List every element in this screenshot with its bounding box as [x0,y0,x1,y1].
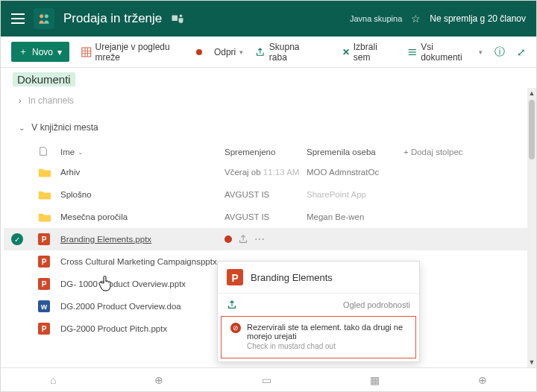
menu-icon[interactable] [11,13,25,24]
svg-text:P: P [42,235,47,244]
checkout-warning: ⊘ Rezervirali ste ta element. tako da dr… [221,316,416,358]
table-row[interactable]: Arhiv Včeraj ob 11:13 AM MOO AdmnstratOc [4,161,536,183]
svg-text:P: P [42,280,47,288]
follow-status[interactable]: Ne spremlja g 20 članov [430,13,526,24]
scrollbar[interactable]: ▲ ▼ [527,88,536,367]
svg-point-3 [180,14,183,17]
section-library-label: V knjižnici mesta [31,122,98,133]
svg-text:P: P [42,325,47,333]
table-header: Ime ⌄ Spremenjeno Spremenila oseba + Dod… [4,143,536,161]
app-header: Prodaja in trženje Javna skupina ☆ Ne sp… [1,1,536,37]
chevron-down-icon: ⌄ [19,124,25,132]
view-details-link[interactable]: Ogled podrobnosti [343,300,410,309]
breadcrumb-label[interactable]: Dokumenti [13,72,75,86]
powerpoint-icon: P [38,233,50,245]
site-logo[interactable] [34,8,54,29]
new-button[interactable]: ＋ Novo ▾ [11,42,69,62]
scrollbar-thumb[interactable] [529,100,535,159]
card-title: Branding Elements [251,272,333,283]
home-icon[interactable]: ⌂ [50,374,56,386]
file-name: DG-2000 Product Pitch.pptx [60,324,224,333]
chevron-down-icon: ▾ [479,48,483,56]
file-modified: AVGUST IS [224,212,307,221]
group-type-label: Javna skupina [350,14,402,23]
more-icon[interactable]: ⋯ [254,233,265,245]
info-icon[interactable]: ⓘ [494,45,505,59]
scroll-up-arrow-icon[interactable]: ▲ [527,89,536,97]
powerpoint-icon: P [38,278,50,290]
table-row[interactable]: Mesečna poročila AVGUST IS Megan Be-wen [4,206,536,228]
star-icon[interactable]: ☆ [411,13,421,25]
share-row-icon[interactable] [238,234,248,244]
file-type-column-icon[interactable] [38,146,60,158]
modified-column-header[interactable]: Spremenjeno [224,148,307,157]
check-icon[interactable]: ✓ [11,233,23,245]
all-documents-button[interactable]: Vsi dokumenti ▾ [407,42,483,63]
open-button[interactable]: Odpri ▾ [214,47,243,57]
checked-out-icon [224,235,232,243]
word-icon: W [38,300,50,312]
globe-icon[interactable]: ⊕ [154,374,163,386]
file-modified-by: Megan Be-wen [307,212,403,221]
command-bar: ＋ Novo ▾ Urejanje v pogledu mreže Odpri … [1,37,536,68]
table-row[interactable]: Splošno AVGUST IS SharePoint App [4,183,536,206]
close-icon: ✕ [342,47,350,57]
teams-icon[interactable] [171,12,184,25]
selected-label: Izbrali sem [354,42,395,63]
name-column-header[interactable]: Ime ⌄ [60,148,224,157]
open-label: Odpri [214,47,236,57]
chevron-down-icon: ▾ [239,48,243,56]
svg-point-1 [45,14,48,18]
all-documents-label: Vsi dokumenti [421,42,475,63]
file-name: DG.2000 Product Overview.doa [60,302,224,311]
plus-icon: ＋ [19,45,28,58]
file-modified: Včeraj ob 11:13 AM [224,168,307,177]
grid-icon[interactable]: ▦ [370,374,380,386]
row-actions: ⋯ [224,233,307,245]
doc-icon[interactable]: ▭ [262,374,271,386]
share-icon[interactable] [227,300,237,310]
share-icon [255,47,266,57]
scroll-down-arrow-icon[interactable]: ▼ [527,358,536,366]
folder-icon [38,167,51,177]
file-name: Branding Elements.pptx [60,235,224,244]
file-name: DG- 1000 Product Overview.pptx [60,279,224,288]
expand-icon[interactable]: ⤢ [517,46,526,58]
svg-text:P: P [42,258,47,266]
new-button-label: Novo [32,47,53,57]
checkout-warning-text: Rezervirali ste ta element. tako da drug… [247,323,406,341]
svg-rect-4 [82,48,91,57]
file-hover-card: P Branding Elements Ogled podrobnosti ⊘ … [217,261,420,362]
file-name: Arhiv [60,168,224,177]
name-column-label: Ime [60,148,75,157]
folder-icon [38,212,51,222]
bottom-nav: ⌂ ⊕ ▭ ▦ ⊕ [1,367,536,391]
file-name: Cross Cultural Marketing Campaignspptx [60,257,224,266]
share-label: Skupna raba [269,42,318,63]
section-channels[interactable]: › In channels [4,92,536,109]
checkout-warning-subtext: Check in mustard chad out [247,342,406,350]
file-modified-by: MOO AdmnstratOc [307,168,403,177]
file-name: Mesečna poročila [60,212,224,221]
edit-grid-label: Urejanje v pogledu mreže [95,42,195,63]
modified-by-column-header[interactable]: Spremenila oseba [307,148,403,157]
add-column-button[interactable]: + Dodaj stolpec [403,148,463,157]
status-dot-icon [196,49,202,55]
svg-text:W: W [41,303,48,311]
section-library[interactable]: ⌄ V knjižnici mesta [4,119,536,136]
breadcrumb: Dokumenti [1,68,536,88]
table-row[interactable]: ✓ P Branding Elements.pptx ⋯ [4,228,536,250]
people-icon [37,11,51,26]
powerpoint-icon: P [38,323,50,335]
section-channels-label: In channels [28,95,74,106]
edit-grid-button[interactable]: Urejanje v pogledu mreže [81,42,202,63]
selected-button[interactable]: ✕ Izbrali sem [342,42,395,63]
site-title: Prodaja in trženje [63,11,162,26]
share-button[interactable]: Skupna raba [255,42,318,63]
file-modified: AVGUST IS [224,190,307,199]
content-area: ▲ ▼ › In channels ⌄ V knjižnici mesta Im… [1,88,536,367]
chevron-down-icon: ▾ [57,47,62,57]
folder-icon [38,189,51,200]
svg-point-0 [40,14,43,18]
add-icon[interactable]: ⊕ [478,374,487,386]
